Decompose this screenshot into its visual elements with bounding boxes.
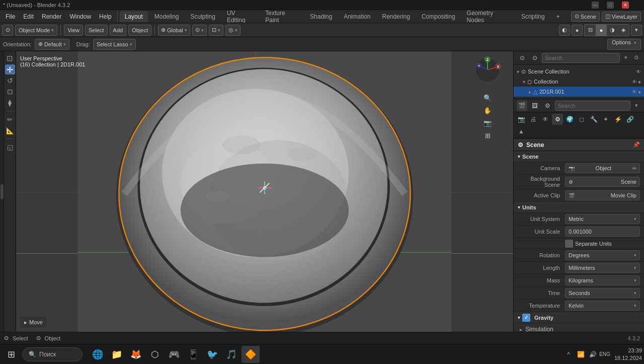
- view-menu[interactable]: View: [64, 25, 83, 36]
- menu-edit[interactable]: Edit: [20, 10, 37, 23]
- tool-select-box[interactable]: ⊡: [5, 53, 15, 63]
- object-render[interactable]: ●: [638, 89, 641, 95]
- outliner-filter-btn[interactable]: ▾: [621, 53, 630, 62]
- viewport[interactable]: User Perspective (16) Collection | 2D1R.…: [16, 51, 513, 332]
- scene-collection-row[interactable]: ▾ ⊙ Scene Collection 👁: [514, 66, 644, 77]
- prop-tab-world[interactable]: 🌍: [564, 114, 575, 125]
- properties-filter[interactable]: ▾: [632, 101, 641, 110]
- prop-tab-output[interactable]: 🖨: [528, 114, 539, 125]
- camera-edit-icon[interactable]: ✏: [632, 166, 636, 171]
- prop-tab-view[interactable]: 👁: [540, 114, 551, 125]
- collection-render[interactable]: ●: [638, 79, 641, 85]
- bg-scene-selector[interactable]: ⚙ Scene: [565, 177, 640, 187]
- taskbar-search[interactable]: 🔍 Поиск: [22, 347, 83, 361]
- outliner-icon-btn-1[interactable]: ⊙: [517, 52, 528, 63]
- tab-animation[interactable]: Animation: [339, 11, 375, 22]
- taskbar-app-hex[interactable]: ⬡: [146, 346, 164, 363]
- tab-texture-paint[interactable]: Texture Paint: [260, 11, 303, 22]
- shading-options-btn[interactable]: ▾: [631, 25, 642, 36]
- collection-row[interactable]: ▾ ◻ Collection 👁 ●: [514, 77, 644, 87]
- transform-pivot[interactable]: ⊙ ▾: [192, 25, 207, 36]
- scene-selector[interactable]: ⊙ Scene: [571, 12, 600, 22]
- menu-window[interactable]: Window: [66, 10, 95, 23]
- units-section-header[interactable]: ▾ Units: [514, 202, 644, 213]
- taskbar-app-steam[interactable]: 🎮: [165, 346, 183, 363]
- outliner-search[interactable]: [542, 53, 620, 63]
- rotation-selector[interactable]: Degrees ▾: [565, 250, 640, 260]
- tool-rotate[interactable]: ↺: [5, 76, 15, 86]
- grid-gizmo-btn[interactable]: ⊞: [482, 130, 493, 141]
- minimize-btn[interactable]: —: [592, 2, 599, 9]
- outliner-icon-btn-2[interactable]: ⊙: [529, 52, 540, 63]
- prop-tab-scene[interactable]: ⚙: [552, 114, 563, 125]
- tab-modeling[interactable]: Modeling: [149, 11, 184, 22]
- unit-system-selector[interactable]: Metric ▾: [565, 214, 640, 224]
- properties-icon-1[interactable]: 🎬: [517, 100, 527, 111]
- drag-selector[interactable]: Select Lasso ▾: [93, 39, 136, 50]
- properties-search[interactable]: [555, 101, 630, 111]
- menu-render[interactable]: Render: [38, 10, 65, 23]
- prop-tab-constraints[interactable]: 🔗: [624, 114, 635, 125]
- properties-icon-3[interactable]: ⚙: [542, 100, 552, 111]
- tool-measure[interactable]: 📐: [5, 125, 15, 135]
- camera-gizmo-btn[interactable]: 📷: [482, 117, 493, 128]
- camera-selector[interactable]: 📷 Object ✏: [565, 163, 640, 173]
- taskbar-chevron[interactable]: ^: [564, 349, 574, 359]
- zoom-gizmo-btn[interactable]: 🔍: [482, 92, 493, 103]
- simulation-header[interactable]: ▸ Simulation: [514, 323, 644, 332]
- taskbar-app-files[interactable]: 📁: [108, 346, 126, 363]
- object-menu[interactable]: Object: [128, 25, 151, 36]
- shading-render[interactable]: ◈: [618, 25, 629, 36]
- menu-file[interactable]: File: [2, 10, 19, 23]
- prop-tab-particles[interactable]: ✦: [600, 114, 611, 125]
- object-row[interactable]: ▸ △ 2D1R.001 👁 ●: [514, 87, 644, 97]
- select-menu[interactable]: Select: [85, 25, 108, 36]
- tab-sculpting[interactable]: Sculpting: [186, 11, 220, 22]
- gravity-check[interactable]: ✓: [522, 314, 530, 322]
- maximize-btn[interactable]: □: [607, 2, 614, 9]
- proportional-btn[interactable]: ◎ ▾: [225, 25, 240, 36]
- mode-icon-btn[interactable]: ⊙: [2, 25, 13, 36]
- collection-eye[interactable]: 👁: [632, 79, 637, 85]
- orientation-selector[interactable]: ⊕ Default ▾: [35, 39, 69, 50]
- add-tab-btn[interactable]: +: [551, 11, 565, 22]
- prop-tab-object[interactable]: ◻: [576, 114, 587, 125]
- prop-tab-data[interactable]: ▲: [516, 126, 527, 137]
- taskbar-app-phone[interactable]: 📱: [184, 346, 202, 363]
- global-selector[interactable]: ⊕ Global ▾: [158, 25, 190, 36]
- shading-material[interactable]: ◑: [607, 25, 618, 36]
- tool-transform[interactable]: ⧫: [5, 98, 15, 108]
- prop-tab-physics[interactable]: ⚡: [612, 114, 623, 125]
- taskbar-battery[interactable]: ENG: [600, 349, 610, 359]
- taskbar-time[interactable]: 23:39 18.12.2024: [612, 347, 642, 361]
- time-selector[interactable]: Seconds ▾: [565, 288, 640, 298]
- start-btn[interactable]: ⊞: [2, 346, 20, 363]
- pan-gizmo-btn[interactable]: ✋: [482, 105, 493, 116]
- object-eye[interactable]: 👁: [632, 89, 637, 95]
- prop-tab-render[interactable]: 📷: [516, 114, 527, 125]
- tab-scripting[interactable]: Scripting: [516, 11, 550, 22]
- tab-compositing[interactable]: Compositing: [417, 11, 460, 22]
- taskbar-app-browser[interactable]: 🦊: [127, 346, 145, 363]
- taskbar-app-twitter[interactable]: 🐦: [203, 346, 221, 363]
- viewlayer-selector[interactable]: ◫ ViewLayer: [602, 12, 641, 22]
- scene-section-header[interactable]: ▾ Scene: [514, 151, 644, 162]
- separate-units-check[interactable]: [565, 240, 573, 248]
- shading-wire[interactable]: ⊟: [585, 25, 596, 36]
- shading-solid[interactable]: ●: [596, 25, 607, 36]
- active-clip-selector[interactable]: 🎬 Movie Clip: [565, 190, 640, 200]
- tab-geometry-nodes[interactable]: Geometry Nodes: [462, 11, 515, 22]
- prop-tab-modifier[interactable]: 🔧: [588, 114, 599, 125]
- mass-selector[interactable]: Kilograms ▾: [565, 275, 640, 285]
- length-selector[interactable]: Millimeters ▾: [565, 263, 640, 273]
- tab-layout[interactable]: Layout: [120, 11, 148, 22]
- taskbar-app-music[interactable]: 🎵: [222, 346, 240, 363]
- tab-rendering[interactable]: Rendering: [377, 11, 415, 22]
- unit-scale-input[interactable]: 0.001000: [565, 227, 640, 237]
- tool-annotate[interactable]: ✏: [5, 114, 15, 124]
- gravity-section-header[interactable]: ▾ ✓ Gravity: [514, 312, 644, 323]
- snap-btn[interactable]: ⊡ ▾: [209, 25, 223, 36]
- taskbar-app-blender[interactable]: 🔶: [242, 346, 260, 363]
- left-nav-handle[interactable]: [1, 184, 4, 199]
- add-menu[interactable]: Add: [110, 25, 127, 36]
